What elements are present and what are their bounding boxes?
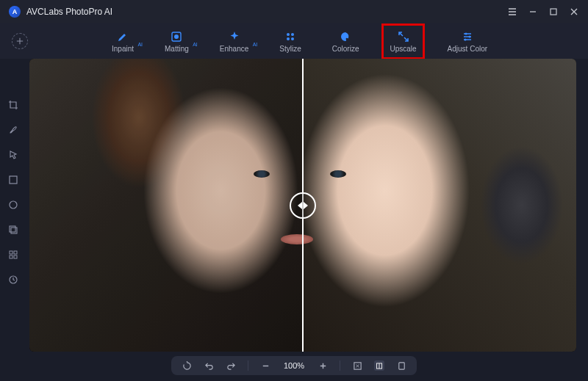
left-sidebar — [3, 99, 24, 286]
colorize-icon — [339, 30, 352, 43]
pointer-tool[interactable] — [7, 149, 19, 161]
separator — [248, 360, 248, 371]
svg-point-11 — [10, 201, 17, 208]
svg-point-4 — [291, 33, 294, 36]
main-toolbar: InpaintAI MattingAI EnhanceAI Stylize Co… — [0, 23, 588, 59]
title-bar: A AVCLabs PhotoPro AI — [0, 0, 588, 23]
tool-label: Stylize — [279, 45, 301, 53]
undo-button[interactable] — [204, 360, 214, 371]
separator — [340, 360, 340, 371]
tool-stylize[interactable]: Stylize — [275, 27, 305, 56]
tool-inpaint[interactable]: InpaintAI — [107, 27, 138, 56]
tool-label: MattingAI — [165, 45, 189, 53]
compare-slider-handle[interactable] — [290, 192, 316, 219]
brush-tool[interactable] — [7, 124, 19, 136]
before-image — [29, 59, 303, 352]
bottom-bar: 100% — [0, 356, 588, 375]
rect-select-tool[interactable] — [7, 174, 19, 186]
svg-rect-10 — [10, 176, 17, 184]
history-tool[interactable] — [7, 274, 19, 286]
bottom-bar-inner: 100% — [171, 356, 417, 375]
tool-group: InpaintAI MattingAI EnhanceAI Stylize Co… — [107, 27, 492, 56]
close-button[interactable] — [569, 7, 579, 17]
svg-point-2 — [174, 35, 179, 39]
app-logo-icon: A — [9, 6, 21, 18]
zoom-out-button[interactable] — [260, 360, 270, 371]
close-icon — [570, 7, 578, 16]
arrow-right-icon — [304, 202, 308, 209]
image-canvas[interactable] — [29, 59, 576, 352]
inpaint-icon — [116, 30, 129, 43]
svg-point-8 — [468, 35, 470, 37]
tool-colorize[interactable]: Colorize — [328, 27, 364, 56]
maximize-icon — [549, 7, 558, 16]
tool-enhance[interactable]: EnhanceAI — [215, 27, 253, 56]
enhance-icon — [228, 30, 241, 43]
crop-tool[interactable] — [7, 99, 19, 111]
stylize-icon — [284, 30, 297, 43]
face-feature — [254, 170, 270, 178]
svg-point-5 — [287, 37, 290, 40]
tool-text: Matting — [165, 45, 189, 53]
tool-upscale[interactable]: Upscale — [385, 27, 420, 56]
matting-icon — [170, 30, 183, 43]
fit-button[interactable] — [352, 360, 362, 371]
minimize-button[interactable] — [528, 7, 538, 17]
reset-button[interactable] — [182, 360, 192, 371]
tool-label: InpaintAI — [112, 45, 134, 53]
single-view-button[interactable] — [396, 360, 406, 371]
ai-badge: AI — [193, 42, 198, 47]
svg-rect-0 — [551, 9, 556, 15]
work-area: 100% — [0, 59, 588, 381]
zoom-in-button[interactable] — [318, 360, 328, 371]
tool-text: Enhance — [220, 45, 248, 53]
svg-point-6 — [291, 37, 294, 40]
tool-matting[interactable]: MattingAI — [160, 27, 193, 56]
ai-badge: AI — [253, 42, 258, 47]
tool-label: Adjust Color — [448, 45, 487, 53]
layers-tool[interactable] — [7, 224, 19, 236]
redo-button[interactable] — [226, 360, 236, 371]
tool-label: Upscale — [390, 45, 416, 53]
svg-point-9 — [464, 38, 466, 40]
svg-rect-21 — [398, 362, 404, 369]
adjust-icon — [461, 30, 474, 43]
tool-label: Colorize — [332, 45, 359, 53]
svg-rect-16 — [10, 255, 12, 258]
svg-rect-14 — [10, 251, 12, 254]
plus-icon — [16, 37, 24, 45]
arrow-left-icon — [298, 202, 302, 209]
title-bar-left: A AVCLabs PhotoPro AI — [9, 6, 112, 18]
ai-badge: AI — [137, 42, 143, 47]
after-image — [303, 59, 576, 352]
add-image-button[interactable] — [12, 33, 28, 49]
svg-rect-17 — [14, 255, 17, 258]
minimize-icon — [528, 7, 537, 16]
svg-point-3 — [287, 33, 290, 36]
grid-tool[interactable] — [7, 249, 19, 261]
svg-rect-13 — [11, 228, 17, 233]
svg-rect-12 — [10, 226, 15, 232]
tool-adjust-color[interactable]: Adjust Color — [443, 27, 492, 56]
zoom-level: 100% — [282, 361, 306, 370]
hamburger-icon — [508, 7, 517, 16]
svg-point-7 — [465, 32, 467, 35]
svg-rect-15 — [14, 251, 17, 254]
face-feature — [330, 170, 346, 178]
menu-button[interactable] — [507, 7, 517, 17]
app-title: AVCLabs PhotoPro AI — [26, 7, 112, 17]
tool-label: EnhanceAI — [220, 45, 248, 53]
tool-text: Inpaint — [112, 45, 134, 53]
compare-view-button[interactable] — [374, 360, 384, 371]
window-controls — [507, 7, 579, 17]
upscale-icon — [397, 30, 410, 43]
ellipse-select-tool[interactable] — [7, 199, 19, 211]
maximize-button[interactable] — [548, 7, 559, 17]
